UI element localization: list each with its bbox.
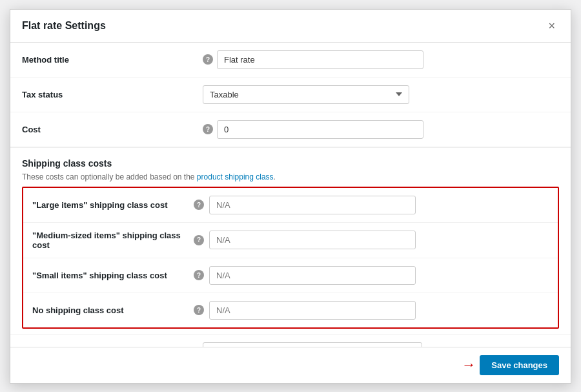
- small-items-row: "Small items" shipping class cost ?: [23, 258, 558, 293]
- cost-row: Cost ?: [10, 112, 571, 147]
- modal-header: Flat rate Settings ×: [10, 10, 571, 43]
- medium-items-row: "Medium-sized items" shipping class cost…: [23, 223, 558, 258]
- method-title-label: Method title: [22, 55, 69, 65]
- shipping-class-description: These costs can optionally be added base…: [22, 172, 559, 181]
- shipping-class-section-header: Shipping class costs These costs can opt…: [10, 147, 571, 187]
- modal-overlay: Flat rate Settings × Method title ?: [0, 0, 581, 392]
- method-title-input[interactable]: [217, 50, 423, 69]
- small-items-label: "Small items" shipping class cost: [32, 271, 194, 280]
- desc-text-start: These costs can optionally be added base…: [22, 172, 197, 181]
- method-title-field-group: ?: [203, 50, 559, 69]
- no-shipping-class-help-icon[interactable]: ?: [194, 305, 204, 315]
- cost-field-group: ?: [203, 120, 559, 139]
- tax-status-row: Tax status Taxable None: [10, 77, 571, 112]
- modal-body: Method title ? Tax status: [10, 43, 571, 347]
- cost-help-icon[interactable]: ?: [203, 124, 213, 134]
- desc-text-end: .: [274, 172, 276, 181]
- medium-items-input[interactable]: [209, 231, 416, 249]
- save-changes-button[interactable]: Save changes: [480, 355, 559, 375]
- no-shipping-class-label: No shipping class cost: [32, 305, 194, 315]
- method-title-help-icon[interactable]: ?: [203, 54, 213, 65]
- no-shipping-class-row: No shipping class cost ?: [23, 293, 558, 327]
- save-arrow-icon: →: [462, 356, 476, 373]
- large-items-row: "Large items" shipping class cost ?: [23, 188, 558, 223]
- no-shipping-class-input[interactable]: [209, 301, 416, 320]
- calculation-type-select[interactable]: Per class: Charge shipping for each ship…: [203, 342, 422, 347]
- large-items-field: ?: [194, 196, 549, 214]
- method-title-row: Method title ?: [10, 43, 571, 77]
- shipping-class-bordered-section: "Large items" shipping class cost ? "Med…: [22, 187, 559, 329]
- large-items-help-icon[interactable]: ?: [194, 200, 204, 210]
- no-shipping-class-field: ?: [194, 301, 549, 320]
- small-items-field: ?: [194, 266, 549, 285]
- medium-items-label: "Medium-sized items" shipping class cost: [32, 231, 194, 250]
- small-items-input[interactable]: [209, 266, 416, 285]
- medium-items-field: ?: [194, 231, 549, 249]
- shipping-class-title: Shipping class costs: [22, 158, 559, 169]
- cost-input[interactable]: [217, 120, 423, 139]
- flat-rate-settings-modal: Flat rate Settings × Method title ?: [10, 9, 571, 384]
- settings-form: Method title ? Tax status: [10, 43, 571, 147]
- small-items-help-icon[interactable]: ?: [194, 270, 204, 280]
- product-shipping-class-link[interactable]: product shipping class: [197, 172, 274, 181]
- save-arrow-container: → Save changes: [462, 355, 559, 375]
- tax-status-select[interactable]: Taxable None: [203, 85, 409, 104]
- close-button[interactable]: ×: [544, 19, 559, 33]
- tax-status-label: Tax status: [22, 90, 63, 99]
- large-items-input[interactable]: [209, 196, 416, 214]
- modal-footer: → Save changes: [10, 347, 571, 383]
- calculation-type-row: Calculation type Per class: Charge shipp…: [10, 334, 571, 347]
- cost-label: Cost: [22, 125, 41, 134]
- medium-items-help-icon[interactable]: ?: [194, 235, 204, 245]
- large-items-label: "Large items" shipping class cost: [32, 200, 194, 210]
- modal-title: Flat rate Settings: [22, 20, 106, 32]
